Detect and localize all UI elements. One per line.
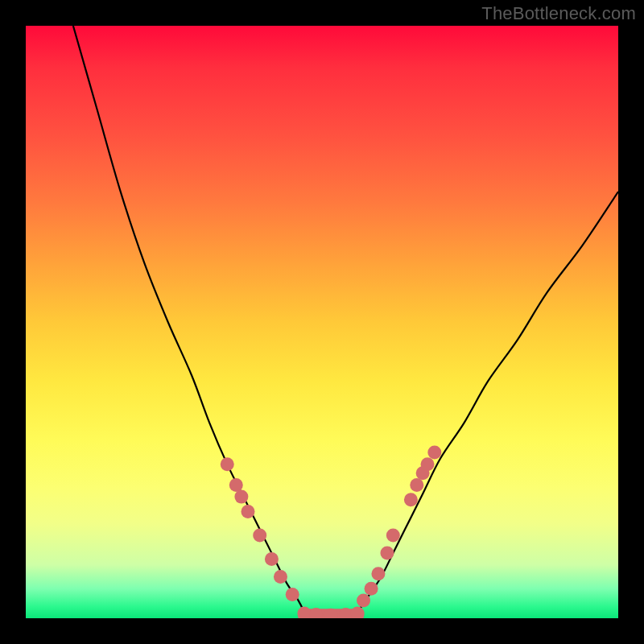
left-curve [73,26,304,613]
datapoint-marker [404,493,418,506]
watermark-text: TheBottleneck.com [481,3,636,24]
datapoint-marker [221,457,234,471]
datapoint-marker [386,528,400,542]
datapoint-marker [242,505,255,518]
datapoint-marker [410,478,423,492]
datapoint-marker [427,445,441,459]
datapoint-marker [286,588,299,601]
datapoint-marker [371,567,385,580]
plot-area [26,26,618,618]
chart-svg [26,26,618,618]
datapoint-marker [297,607,311,618]
right-curve [357,192,618,613]
datapoint-marker [351,607,365,618]
datapoint-markers [221,445,442,618]
chart-stage: TheBottleneck.com [0,0,644,644]
datapoint-marker [274,570,287,584]
datapoint-marker [234,490,248,504]
datapoint-marker [357,593,370,607]
datapoint-marker [380,547,394,560]
datapoint-marker [253,528,266,542]
datapoint-marker [229,478,243,492]
datapoint-marker [421,457,435,471]
datapoint-marker [365,582,378,596]
datapoint-marker [265,552,279,566]
